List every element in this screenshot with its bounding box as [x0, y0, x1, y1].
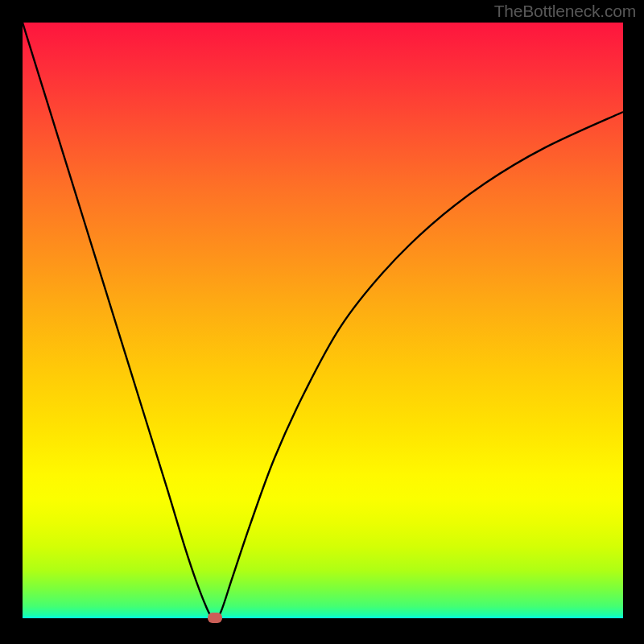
minimum-marker — [208, 613, 222, 623]
chart-frame — [0, 23, 644, 644]
watermark-text: TheBottleneck.com — [0, 0, 644, 23]
plot-area — [23, 23, 623, 618]
plot-gradient-bg — [23, 23, 623, 618]
